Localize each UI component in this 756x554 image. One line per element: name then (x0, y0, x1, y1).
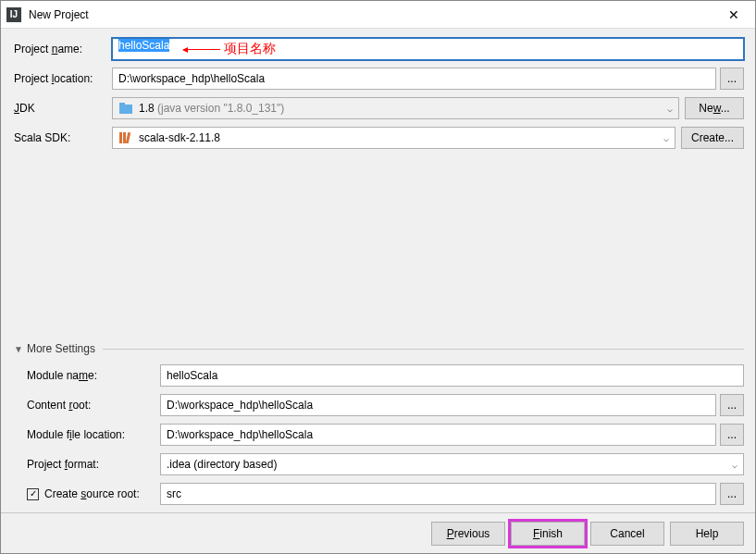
help-button[interactable]: Help (670, 522, 744, 546)
svg-rect-1 (119, 103, 125, 106)
project-format-dropdown[interactable]: .idea (directory based) ⌵ (160, 453, 744, 475)
jdk-value: 1.8 (java version "1.8.0_131") (139, 102, 673, 115)
module-file-location-label: Module file location: (14, 428, 160, 441)
title-bar: IJ New Project ✕ (1, 1, 755, 29)
chevron-down-icon: ⌵ (667, 104, 673, 114)
module-file-location-field[interactable] (160, 424, 716, 446)
triangle-down-icon: ▼ (14, 344, 23, 354)
svg-rect-3 (123, 132, 126, 143)
window-title: New Project (29, 8, 713, 21)
library-icon (118, 130, 133, 145)
create-source-root-checkbox-label[interactable]: ✓ Create source root: (14, 487, 160, 500)
finish-button[interactable]: Finish (511, 522, 585, 546)
scala-sdk-label: Scala SDK: (14, 131, 112, 144)
more-settings-body: Module name: Content root: ... Module fi… (14, 364, 744, 512)
content-root-browse-button[interactable]: ... (720, 394, 744, 416)
scala-sdk-dropdown[interactable]: scala-sdk-2.11.8 ⌵ (112, 127, 675, 149)
jdk-new-button[interactable]: New... (685, 97, 744, 119)
more-settings-toggle[interactable]: ▼ More Settings (14, 342, 744, 355)
module-name-field[interactable] (160, 364, 744, 387)
create-source-root-field[interactable] (160, 483, 716, 505)
previous-button[interactable]: Previous (431, 522, 505, 546)
content-root-field[interactable] (160, 394, 716, 416)
checkbox-checked-icon: ✓ (27, 488, 39, 500)
spacer (14, 156, 744, 342)
more-settings-label: More Settings (27, 342, 95, 355)
project-location-label: Project location: (14, 72, 112, 85)
chevron-down-icon: ⌵ (732, 460, 737, 470)
project-format-label: Project format: (14, 458, 160, 471)
project-name-field[interactable]: helloScala (112, 38, 744, 60)
close-button[interactable]: ✕ (713, 1, 755, 29)
chevron-down-icon: ⌵ (663, 133, 669, 143)
svg-rect-4 (126, 132, 130, 143)
project-location-browse-button[interactable]: ... (720, 68, 744, 90)
jdk-label: JDK (14, 102, 112, 115)
folder-icon (118, 101, 133, 116)
dialog-content: 项目名称 Project name: helloScala Project lo… (1, 29, 755, 512)
scala-sdk-create-button[interactable]: Create... (681, 127, 744, 149)
scala-sdk-value: scala-sdk-2.11.8 (139, 131, 669, 144)
button-bar: Previous Finish Cancel Help (1, 512, 755, 553)
project-format-value: .idea (directory based) (167, 458, 737, 471)
app-icon: IJ (6, 7, 21, 22)
module-file-location-browse-button[interactable]: ... (720, 424, 744, 446)
content-root-label: Content root: (14, 399, 160, 412)
module-name-label: Module name: (14, 369, 160, 382)
separator (103, 349, 744, 350)
jdk-dropdown[interactable]: 1.8 (java version "1.8.0_131") ⌵ (112, 97, 679, 119)
svg-rect-2 (119, 132, 122, 143)
project-name-label: Project name: (14, 43, 112, 55)
create-source-root-browse-button[interactable]: ... (720, 483, 744, 505)
project-location-field[interactable] (112, 68, 716, 90)
cancel-button[interactable]: Cancel (590, 522, 664, 546)
project-name-value: helloScala (118, 39, 169, 52)
